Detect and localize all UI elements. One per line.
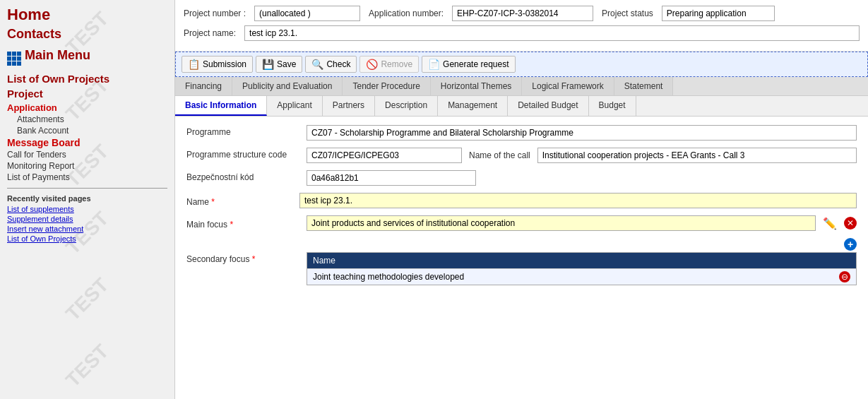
sidebar-recent-supplement-details[interactable]: Supplement details: [7, 215, 167, 223]
sidebar: TEST TEST TEST TEST TEST TEST Home Conta…: [0, 0, 175, 399]
sidebar-project[interactable]: Project: [7, 88, 167, 100]
project-number-label: Project number :: [184, 8, 246, 18]
tab-tender-procedure[interactable]: Tender Procedure: [343, 77, 430, 95]
name-row: Name *: [186, 193, 857, 208]
secondary-focus-row-remove-button[interactable]: ⊖: [839, 271, 850, 282]
main-focus-remove-button[interactable]: ✕: [844, 217, 857, 230]
sidebar-item-application[interactable]: Application: [7, 102, 167, 113]
secondary-focus-add-button[interactable]: +: [844, 238, 857, 251]
sidebar-list-own-projects[interactable]: List of Own Projects: [7, 73, 167, 85]
tab-applicant[interactable]: Applicant: [267, 96, 322, 116]
security-code-row: Bezpečnostní kód: [186, 170, 857, 186]
security-code-input[interactable]: [307, 170, 476, 186]
sidebar-recently-visited-label: Recently visited pages: [7, 194, 167, 203]
tabs-row-2: Basic Information Applicant Partners Des…: [175, 96, 868, 117]
sidebar-recent-list-own-projects[interactable]: List of Own Projects: [7, 234, 167, 243]
project-number-input[interactable]: [254, 6, 360, 21]
main-focus-row: Main focus * ✏️ ✕: [186, 215, 857, 231]
header-section: Project number : Application number: Pro…: [175, 0, 868, 52]
project-name-input[interactable]: [244, 25, 860, 41]
tab-budget[interactable]: Budget: [589, 96, 636, 116]
tab-description[interactable]: Description: [375, 96, 438, 116]
name-input[interactable]: [299, 193, 857, 208]
secondary-focus-label: Secondary focus *: [186, 252, 299, 264]
secondary-focus-row: Secondary focus * Name Joint teaching me…: [186, 252, 857, 285]
main-focus-edit-button[interactable]: ✏️: [823, 217, 837, 230]
content-area: Project number : Application number: Pro…: [175, 0, 868, 399]
sidebar-main-menu-link[interactable]: Main Menu: [7, 44, 167, 66]
tab-financing[interactable]: Financing: [175, 77, 232, 95]
grid-icon: [7, 44, 21, 66]
secondary-focus-table-row: Joint teaching methodologies developed ⊖: [307, 268, 856, 285]
sidebar-item-bank-account[interactable]: Bank Account: [17, 126, 167, 136]
check-button[interactable]: 🔍 Check: [305, 56, 357, 73]
name-of-call-label: Name of the call: [469, 150, 530, 160]
programme-structure-label: Programme structure code: [186, 148, 299, 160]
tab-basic-information[interactable]: Basic Information: [175, 96, 267, 116]
tab-partners[interactable]: Partners: [323, 96, 375, 116]
project-status-input[interactable]: [662, 6, 775, 21]
sidebar-recent-list-supplements[interactable]: List of supplements: [7, 205, 167, 213]
tab-management[interactable]: Management: [438, 96, 508, 116]
toolbar: 📋 Submission 💾 Save 🔍 Check 🚫 Remove 📄 G…: [175, 52, 868, 77]
submission-icon: 📋: [188, 59, 200, 70]
project-status-label: Project status: [602, 8, 653, 18]
project-name-label: Project name:: [184, 28, 236, 38]
sidebar-home-link[interactable]: Home: [7, 6, 167, 24]
security-code-label: Bezpečnostní kód: [186, 170, 299, 182]
tab-horizontal-themes[interactable]: Horizontal Themes: [431, 77, 523, 95]
sidebar-monitoring-report[interactable]: Monitoring Report: [7, 161, 167, 171]
programme-structure-input[interactable]: [307, 148, 462, 163]
app-number-input[interactable]: [452, 6, 593, 21]
tab-detailed-budget[interactable]: Detailed Budget: [508, 96, 588, 116]
generate-request-button[interactable]: 📄 Generate request: [422, 56, 515, 73]
secondary-focus-required-star: *: [252, 254, 256, 264]
sidebar-list-of-payments[interactable]: List of Payments: [7, 172, 167, 182]
generate-icon: 📄: [428, 59, 440, 70]
tab-publicity-evaluation[interactable]: Publicity and Evaluation: [232, 77, 343, 95]
tabs-row-1: Financing Publicity and Evaluation Tende…: [175, 77, 868, 96]
main-focus-required-star: *: [230, 220, 233, 230]
remove-button: 🚫 Remove: [359, 56, 419, 73]
save-icon: 💾: [262, 59, 274, 70]
sidebar-recent-insert-attachment[interactable]: Insert new attachment: [7, 225, 167, 233]
tab-logical-framework[interactable]: Logical Framework: [522, 77, 614, 95]
tab-statement[interactable]: Statement: [614, 77, 674, 95]
programme-input[interactable]: [307, 125, 857, 141]
name-label: Name *: [186, 195, 299, 207]
main-focus-label: Main focus *: [186, 218, 299, 230]
remove-icon: 🚫: [366, 59, 378, 70]
sidebar-call-for-tenders[interactable]: Call for Tenders: [7, 150, 167, 160]
sidebar-item-attachments[interactable]: Attachments: [17, 114, 167, 124]
programme-structure-row: Programme structure code Name of the cal…: [186, 148, 857, 163]
sidebar-contacts-link[interactable]: Contacts: [7, 27, 167, 42]
name-of-call-input[interactable]: [537, 148, 857, 163]
submission-button[interactable]: 📋 Submission: [182, 56, 253, 73]
app-number-label: Application number:: [369, 8, 444, 18]
form-content: Programme Programme structure code Name …: [175, 117, 868, 399]
save-button[interactable]: 💾 Save: [256, 56, 302, 73]
secondary-focus-table: Name Joint teaching methodologies develo…: [307, 252, 857, 285]
main-focus-input[interactable]: [307, 215, 816, 231]
programme-row: Programme: [186, 125, 857, 141]
sidebar-divider: [7, 188, 167, 189]
programme-label: Programme: [186, 125, 299, 137]
check-icon: 🔍: [311, 59, 323, 70]
secondary-focus-table-header: Name: [307, 253, 856, 268]
sidebar-message-board[interactable]: Message Board: [7, 137, 167, 148]
name-required-star: *: [211, 197, 215, 207]
